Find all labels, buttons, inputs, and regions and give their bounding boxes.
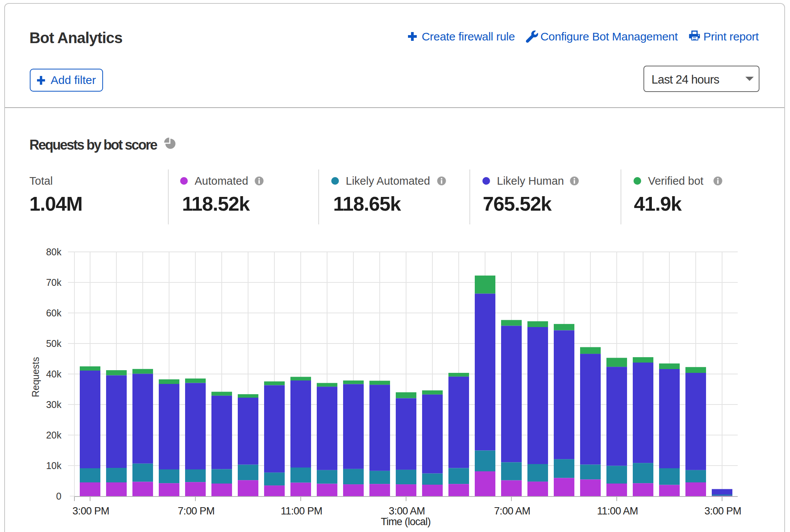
svg-text:20k: 20k [46, 430, 62, 440]
svg-text:60k: 60k [46, 308, 62, 318]
svg-text:Time (local): Time (local) [381, 516, 430, 527]
svg-text:70k: 70k [46, 277, 62, 288]
svg-text:3:00 AM: 3:00 AM [389, 505, 425, 517]
svg-text:11:00 PM: 11:00 PM [281, 505, 322, 517]
svg-text:50k: 50k [46, 338, 62, 349]
svg-text:7:00 AM: 7:00 AM [494, 505, 530, 517]
svg-text:3:00 PM: 3:00 PM [73, 505, 109, 517]
svg-text:10k: 10k [46, 460, 62, 471]
svg-text:80k: 80k [46, 247, 62, 257]
svg-text:0: 0 [56, 491, 61, 501]
svg-text:3:00 PM: 3:00 PM [705, 505, 741, 517]
svg-text:11:00 AM: 11:00 AM [597, 505, 638, 517]
svg-text:40k: 40k [46, 369, 62, 379]
svg-text:Requests: Requests [30, 357, 41, 397]
svg-text:30k: 30k [46, 399, 62, 410]
svg-text:7:00 PM: 7:00 PM [178, 505, 214, 517]
